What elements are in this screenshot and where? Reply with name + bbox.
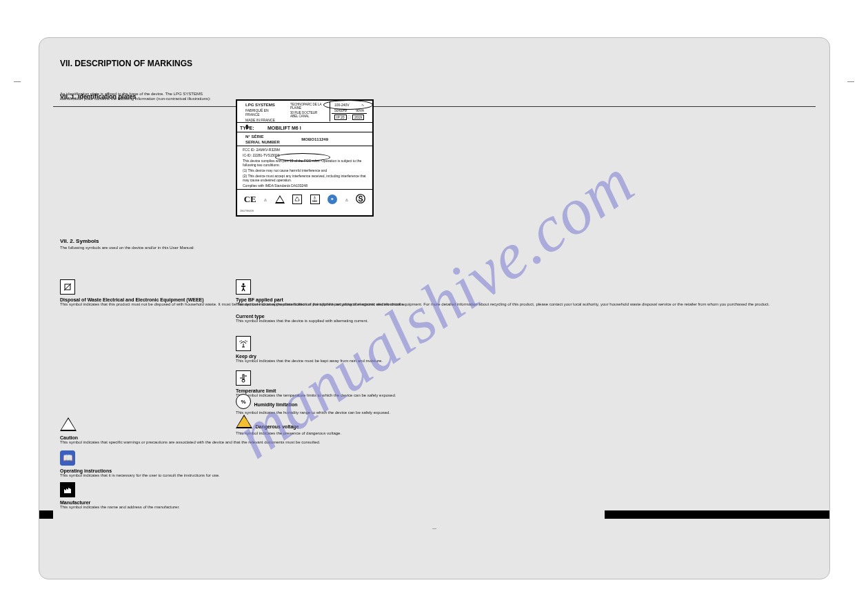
intro-text: An identification plate is affixed to th…: [60, 92, 219, 101]
plate-ref: 284799409: [237, 208, 372, 213]
ce-mark-icon: CE: [244, 194, 256, 205]
plate-type-label: TYPE:: [240, 123, 268, 131]
plate-ip: IP 20: [334, 115, 347, 120]
keep-dry-icon: [236, 336, 251, 351]
current-title: Current type: [236, 314, 368, 319]
ifu-icon: 📖: [60, 450, 75, 466]
current-text: This symbol indicates that the device is…: [236, 319, 368, 324]
plate-cert-icons: CE ◬ ♺ ⏃ ⚬ ◬ Ⓢ: [237, 189, 372, 208]
volt-text: This symbol indicates the presence of da…: [236, 431, 341, 436]
weee-title: Disposal of Waste Electrical and Electro…: [60, 297, 769, 302]
hum-title: Humidity limitation: [254, 402, 297, 407]
bf-text: This symbol indicates the classification…: [236, 302, 404, 307]
dry-title: Keep dry: [236, 354, 383, 359]
footer-cutout: [53, 510, 605, 519]
plate-made-fr: FABRIQUÉ EN FRANCE: [243, 108, 282, 117]
plate-volt: 100-240V: [334, 103, 350, 107]
plate-brand: LPG SYSTEMS: [245, 103, 275, 107]
type-bf-icon: [236, 279, 251, 295]
highlight-ellipse: [275, 153, 330, 161]
plate-fcc-id: FCC ID: 2AMKV-R329M: [240, 147, 370, 152]
plate-addr2: 30 RUE DOCTEUR ABEL CANAL: [287, 110, 327, 119]
mfr-text: This symbol indicates the name and addre…: [60, 505, 180, 510]
plate-imda: Complies with IMDA Standards DA103248: [240, 183, 370, 188]
manufacturer-icon: [60, 482, 75, 497]
csa-icon: Ⓢ: [356, 193, 365, 206]
symbols-title: VII. 2. Symbols: [60, 238, 194, 244]
ifu-title: Operating instructions: [60, 468, 220, 473]
volt-title: Dangerous voltage: [255, 424, 299, 429]
humidity-limit-icon: %: [236, 394, 251, 409]
weee-text: This symbol indicates that this product …: [60, 302, 769, 307]
ifu-text: This symbol indicates that it is necessa…: [60, 473, 220, 478]
bf-title: Type BF applied part: [236, 297, 404, 302]
plate-serial-value: MOBO111249: [299, 137, 370, 142]
dry-text: This symbol indicates that the device mu…: [236, 359, 383, 364]
caution-text: This symbol indicates that specific warn…: [60, 440, 321, 445]
plate-type-value: MOBILIFT M6 I: [268, 123, 370, 131]
plate-hz: 50/60Hz: [334, 108, 347, 112]
plate-fcc-c2: (2) This device must accept any interfer…: [240, 173, 370, 183]
identification-plate: LPG SYSTEMS FABRIQUÉ EN FRANCE MADE IN F…: [236, 99, 374, 217]
plate-fcc-c1: (1) This device may not cause harmful in…: [240, 168, 370, 173]
symbols-intro: The following symbols are used on the de…: [60, 246, 194, 250]
svg-point-4: [242, 379, 245, 382]
plate-serial-label-en: SERIAL NUMBER: [243, 139, 283, 145]
type-bf-icon: ⏃: [310, 195, 320, 204]
temp-title: Temperature limit: [236, 388, 396, 393]
plate-made-en: MADE IN FRANCE: [243, 117, 282, 123]
plate-addr1: TECHNOPARC DE LA PLAINE: [287, 102, 327, 110]
temperature-limit-icon: [236, 370, 251, 386]
dangerous-voltage-icon: ⚡: [236, 415, 252, 428]
svg-text:%: %: [241, 399, 245, 405]
mfr-title: Manufacturer: [60, 500, 180, 505]
svg-point-2: [243, 284, 245, 286]
plate-serial-label-fr: N° SÉRIE: [243, 134, 283, 139]
weee-icon: [60, 279, 75, 295]
rcm-tick-icon: ◬: [345, 197, 348, 201]
caution-triangle-icon: !: [60, 417, 77, 431]
plate-year: 2019: [352, 115, 364, 120]
page-number: —: [432, 526, 436, 530]
caution-triangle-icon: [275, 195, 285, 203]
plate-va: 90VA: [356, 108, 364, 112]
svg-rect-3: [243, 375, 244, 379]
crop-mark: [14, 81, 21, 82]
caution-title: Caution: [60, 435, 321, 440]
section-title: VII. DESCRIPTION OF MARKINGS: [60, 59, 192, 68]
ifu-icon: ⚬: [327, 195, 337, 204]
weee-icon: ♺: [292, 195, 302, 204]
manual-page: VII. DESCRIPTION OF MARKINGS VII. 1. Ide…: [39, 37, 830, 579]
crop-mark: [847, 81, 854, 82]
rcm-icon: ◬: [264, 197, 267, 201]
